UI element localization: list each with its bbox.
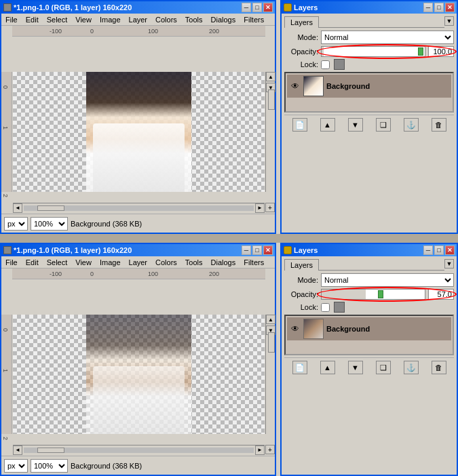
- top-canvas-maximize[interactable]: □: [252, 3, 262, 12]
- bottom-opacity-slider-track[interactable]: [321, 289, 425, 300]
- bottom-dup-layer-btn[interactable]: ❑: [376, 361, 391, 374]
- bottom-scroll-thumb-h[interactable]: [37, 448, 64, 453]
- top-mode-row: Mode: Normal: [284, 31, 454, 44]
- bottom-corner-btn[interactable]: +: [265, 445, 275, 454]
- menu-dialogs[interactable]: Dialogs: [207, 14, 240, 25]
- menu-layer[interactable]: Layer: [125, 14, 152, 25]
- top-layers-tabs: Layers ▼: [284, 16, 454, 28]
- bottom-layers-options-btn[interactable]: ▼: [444, 259, 454, 269]
- bottom-opacity-slider-thumb[interactable]: [378, 290, 383, 298]
- bottom-canvas-close[interactable]: ✕: [263, 245, 273, 255]
- bottom-new-layer-btn[interactable]: 📄: [292, 361, 307, 374]
- bottom-anchor-layer-btn[interactable]: ⚓: [404, 361, 419, 374]
- bottom-lower-layer-btn[interactable]: ▼: [348, 361, 363, 374]
- top-status-bar: px 100% Background (368 KB): [1, 214, 275, 233]
- top-layers-close[interactable]: ✕: [445, 3, 455, 12]
- menu-colors[interactable]: Colors: [151, 14, 181, 25]
- bottom-mode-select[interactable]: Normal: [321, 273, 454, 287]
- top-layer-eye[interactable]: 👁: [290, 81, 301, 92]
- bottom-menu-tools[interactable]: Tools: [181, 256, 207, 268]
- top-layers-toolbar: 📄 ▲ ▼ ❑ ⚓ 🗑: [284, 115, 454, 133]
- top-dup-layer-btn[interactable]: ❑: [376, 118, 391, 132]
- menu-select[interactable]: Select: [43, 14, 72, 25]
- menu-edit[interactable]: Edit: [22, 14, 43, 25]
- top-ruler-v: 0 1 2: [1, 72, 12, 192]
- bottom-layers-close[interactable]: ✕: [445, 245, 455, 255]
- bottom-layers-panel: Layers ─ □ ✕ Layers ▼ Mode: Normal Opaci…: [280, 243, 458, 476]
- bottom-menu-select[interactable]: Select: [43, 256, 72, 268]
- bottom-scrollbar-v: ▲ ▼: [265, 315, 275, 434]
- top-scroll-right[interactable]: ►: [255, 203, 265, 213]
- top-layers-minimize[interactable]: ─: [423, 3, 433, 12]
- top-canvas-close[interactable]: ✕: [263, 3, 273, 12]
- top-lock-checkbox[interactable]: [321, 60, 330, 69]
- bottom-mode-row: Mode: Normal: [284, 273, 454, 287]
- bottom-canvas-maximize[interactable]: □: [252, 245, 262, 255]
- top-layers-maximize[interactable]: □: [434, 3, 444, 12]
- top-new-layer-btn[interactable]: 📄: [292, 118, 307, 132]
- top-anchor-layer-btn[interactable]: ⚓: [404, 118, 419, 132]
- top-lower-layer-btn[interactable]: ▼: [348, 118, 363, 132]
- bottom-menu-file[interactable]: File: [1, 256, 22, 268]
- menu-filters[interactable]: Filters: [240, 14, 268, 25]
- bottom-menu-edit[interactable]: Edit: [22, 256, 43, 268]
- bottom-scroll-thumb-v[interactable]: [268, 332, 275, 353]
- bottom-unit-select[interactable]: px: [4, 459, 28, 473]
- top-opacity-value: 100.0: [428, 46, 454, 57]
- top-canvas-menubar: File Edit Select View Image Layer Colors…: [1, 14, 275, 26]
- top-opacity-number: 100.0: [433, 47, 452, 56]
- top-scroll-thumb-h[interactable]: [37, 205, 64, 211]
- top-canvas-minimize[interactable]: ─: [242, 3, 251, 12]
- bottom-layer-thumb: [303, 319, 324, 339]
- top-opacity-slider-track[interactable]: [321, 46, 425, 57]
- top-mode-select[interactable]: Normal: [321, 31, 454, 44]
- menu-image[interactable]: Image: [96, 14, 125, 25]
- bottom-layer-eye[interactable]: 👁: [290, 323, 301, 334]
- top-layers-tab[interactable]: Layers: [284, 16, 319, 28]
- menu-view[interactable]: View: [71, 14, 96, 25]
- bottom-layers-tabs: Layers ▼: [284, 259, 454, 271]
- top-zoom-select[interactable]: 100%: [31, 217, 68, 231]
- bottom-menu-layer[interactable]: Layer: [125, 256, 152, 268]
- bottom-menu-colors[interactable]: Colors: [151, 256, 181, 268]
- top-layers-options-btn[interactable]: ▼: [444, 16, 454, 26]
- top-del-layer-btn[interactable]: 🗑: [432, 118, 446, 132]
- bottom-layer-item-background[interactable]: 👁 Background: [287, 317, 451, 340]
- top-corner-btn[interactable]: +: [265, 203, 275, 212]
- bottom-layers-minimize[interactable]: ─: [423, 245, 433, 255]
- bottom-canvas-icon: [3, 246, 12, 254]
- bottom-opacity-number: 57.0: [438, 290, 452, 298]
- bottom-scroll-up[interactable]: ▲: [266, 315, 275, 324]
- menu-file[interactable]: File: [1, 14, 22, 25]
- bottom-layer-list: 👁 Background: [284, 315, 454, 355]
- top-scroll-left[interactable]: ◄: [13, 203, 22, 213]
- bottom-scroll-left[interactable]: ◄: [13, 445, 22, 455]
- top-canvas-title: *1.png-1.0 (RGB, 1 layer) 160x220: [14, 3, 132, 12]
- top-layers-tab-spacer: [319, 16, 444, 28]
- top-opacity-slider-thumb[interactable]: [418, 47, 423, 56]
- bottom-menu-dialogs[interactable]: Dialogs: [207, 256, 240, 268]
- top-layer-item-background[interactable]: 👁 Background: [287, 75, 451, 98]
- bottom-scroll-right[interactable]: ►: [255, 445, 265, 455]
- bottom-layers-tab[interactable]: Layers: [284, 259, 319, 271]
- top-unit-select[interactable]: px: [4, 217, 28, 231]
- bottom-canvas-minimize[interactable]: ─: [242, 245, 251, 255]
- bottom-menu-filters[interactable]: Filters: [240, 256, 268, 268]
- bottom-opacity-value: 57.0: [428, 289, 454, 300]
- top-opacity-label: Opacity:: [284, 47, 318, 56]
- top-scroll-track-h: [24, 205, 254, 211]
- bottom-menu-image[interactable]: Image: [96, 256, 125, 268]
- bottom-zoom-select[interactable]: 100%: [31, 459, 68, 473]
- top-scroll-up[interactable]: ▲: [266, 72, 275, 81]
- top-canvas-container: 0 1 2 ◄ ► ▲ ▼ +: [1, 37, 275, 212]
- bottom-del-layer-btn[interactable]: 🗑: [432, 361, 446, 374]
- top-ruler-h: -100 0 100 200: [12, 26, 265, 37]
- bottom-raise-layer-btn[interactable]: ▲: [320, 361, 335, 374]
- bottom-layers-toolbar: 📄 ▲ ▼ ❑ ⚓ 🗑: [284, 357, 454, 376]
- top-scroll-thumb-v[interactable]: [268, 90, 275, 110]
- bottom-layers-maximize[interactable]: □: [434, 245, 444, 255]
- menu-tools[interactable]: Tools: [181, 14, 207, 25]
- bottom-lock-checkbox[interactable]: [321, 303, 330, 312]
- top-raise-layer-btn[interactable]: ▲: [320, 118, 335, 132]
- bottom-menu-view[interactable]: View: [71, 256, 96, 268]
